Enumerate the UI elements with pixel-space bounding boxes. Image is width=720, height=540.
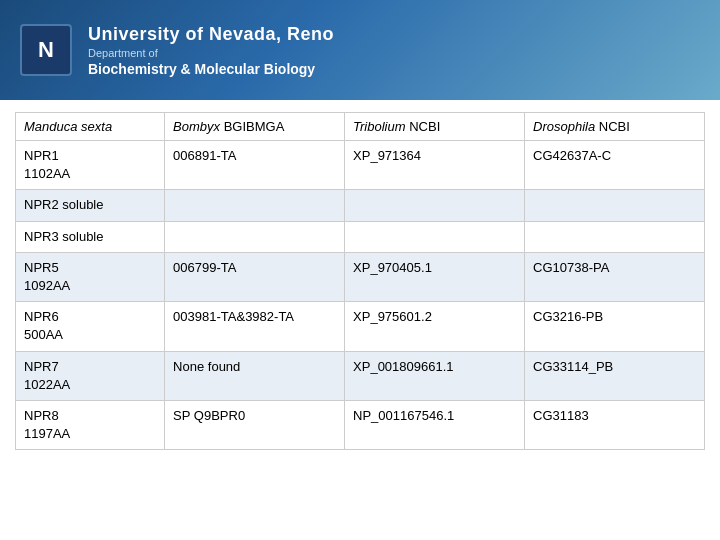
table-cell-r6-c2: NP_001167546.1 xyxy=(345,400,525,449)
table-cell-r1-c3 xyxy=(525,190,705,221)
col-header-bombyx: Bombyx BGIBMGA xyxy=(165,113,345,141)
table-cell-r1-c0: NPR2 soluble xyxy=(16,190,165,221)
table-cell-r5-c2: XP_001809661.1 xyxy=(345,351,525,400)
table-cell-r6-c1: SP Q9BPR0 xyxy=(165,400,345,449)
table-cell-r4-c3: CG3216-PB xyxy=(525,302,705,351)
table-cell-r0-c3: CG42637A-C xyxy=(525,141,705,190)
header-text-block: University of Nevada, Reno Department of… xyxy=(88,24,334,77)
table-cell-r3-c3: CG10738-PA xyxy=(525,252,705,301)
table-cell-r5-c0: NPR71022AA xyxy=(16,351,165,400)
col-header-tribolium: Tribolium NCBI xyxy=(345,113,525,141)
col-header-drosophila: Drosophila NCBI xyxy=(525,113,705,141)
table-cell-r1-c1 xyxy=(165,190,345,221)
table-cell-r6-c3: CG31183 xyxy=(525,400,705,449)
table-cell-r3-c1: 006799-TA xyxy=(165,252,345,301)
table-cell-r5-c3: CG33114_PB xyxy=(525,351,705,400)
header: N University of Nevada, Reno Department … xyxy=(0,0,720,100)
department-line1: Department of xyxy=(88,47,334,59)
table-cell-r0-c1: 006891-TA xyxy=(165,141,345,190)
table-cell-r3-c0: NPR51092AA xyxy=(16,252,165,301)
university-name: University of Nevada, Reno xyxy=(88,24,334,45)
table-cell-r2-c3 xyxy=(525,221,705,252)
table-container: Manduca sexta Bombyx BGIBMGA Tribolium N… xyxy=(0,100,720,462)
table-cell-r3-c2: XP_970405.1 xyxy=(345,252,525,301)
table-cell-r5-c1: None found xyxy=(165,351,345,400)
department-line2: Biochemistry & Molecular Biology xyxy=(88,61,334,77)
table-cell-r4-c2: XP_975601.2 xyxy=(345,302,525,351)
table-cell-r2-c0: NPR3 soluble xyxy=(16,221,165,252)
table-cell-r6-c0: NPR81197AA xyxy=(16,400,165,449)
table-cell-r4-c1: 003981-TA&3982-TA xyxy=(165,302,345,351)
data-table: Manduca sexta Bombyx BGIBMGA Tribolium N… xyxy=(15,112,705,450)
table-cell-r0-c2: XP_971364 xyxy=(345,141,525,190)
table-cell-r2-c1 xyxy=(165,221,345,252)
table-cell-r4-c0: NPR6500AA xyxy=(16,302,165,351)
university-logo: N xyxy=(20,24,72,76)
table-cell-r1-c2 xyxy=(345,190,525,221)
table-cell-r2-c2 xyxy=(345,221,525,252)
logo-letter: N xyxy=(38,37,54,63)
col-header-manduca: Manduca sexta xyxy=(16,113,165,141)
table-cell-r0-c0: NPR11102AA xyxy=(16,141,165,190)
